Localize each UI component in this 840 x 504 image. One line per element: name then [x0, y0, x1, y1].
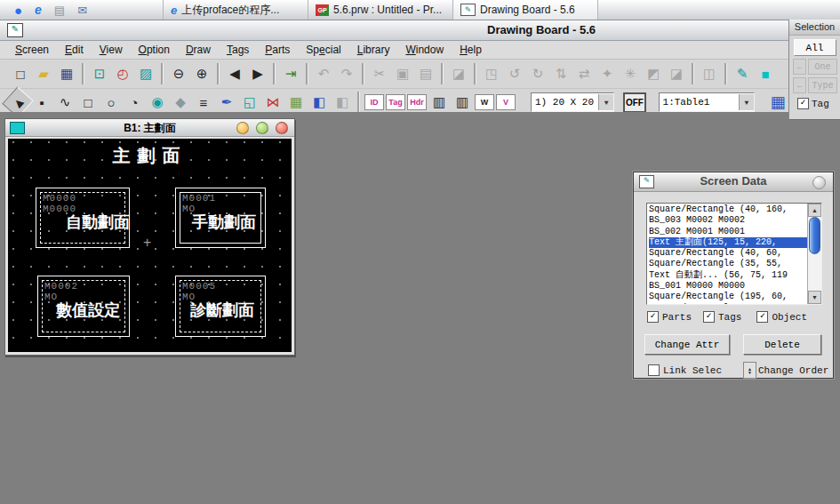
eraser-icon[interactable]: ◪ [448, 64, 469, 84]
change-attr-button[interactable]: Change Attr [644, 334, 730, 355]
task-project-window[interactable]: GP 5.6.prw : Untitled - Pr... [308, 0, 452, 20]
screen-data-row[interactable]: BS_003 M0002 M0002 [649, 215, 807, 226]
new-screen-icon[interactable]: □ [10, 64, 31, 84]
menu-tags[interactable]: Tags [219, 42, 257, 58]
text-tool-icon[interactable]: ✒ [216, 92, 237, 112]
menu-special[interactable]: Special [298, 42, 348, 58]
mirror-horizontal-icon[interactable]: ⇄ [573, 64, 595, 84]
tag-checkbox[interactable]: ✓ [797, 98, 809, 109]
internet-explorer-icon[interactable]: e [35, 4, 42, 16]
dot-tool-icon[interactable]: ▪ [31, 92, 52, 112]
checkbox-box[interactable]: ✓ [756, 311, 768, 323]
mark-icon[interactable]: ⋈ [262, 92, 284, 112]
screen-data-row[interactable]: Square/Rectangle (40, 160, [649, 204, 807, 215]
object-checkbox[interactable]: ✓ Object [756, 311, 807, 323]
menu-edit[interactable]: Edit [57, 42, 92, 58]
checkbox-box[interactable]: ✓ [703, 311, 715, 323]
undo-icon[interactable]: ↶ [313, 64, 334, 84]
parts-3d-disabled-icon[interactable]: ◧ [332, 92, 353, 112]
alarm-clock-icon[interactable]: ◴ [112, 64, 133, 84]
mirror-vertical-icon[interactable]: ⇅ [550, 64, 572, 84]
scrollbar[interactable]: ▲ ▼ [807, 204, 821, 304]
maximize-button[interactable] [256, 122, 268, 134]
screen-data-row[interactable]: Square/Rectangle (40, 60, [649, 248, 807, 259]
copy-attribute-icon[interactable]: ◳ [481, 64, 502, 84]
screen-data-row[interactable]: BS_002 M0001 M0001 [649, 227, 807, 237]
redraw-pen-icon[interactable]: ✎ [732, 64, 753, 84]
id-icon[interactable]: ID [364, 94, 384, 110]
screen-data-titlebar[interactable]: ✎ Screen Data [634, 172, 833, 192]
dropdown-arrow-icon[interactable]: ▼ [598, 94, 613, 110]
screen-data-row[interactable]: Text 自動劃... (56, 75, 119 [649, 270, 807, 281]
exit-icon[interactable]: ⇥ [280, 64, 301, 84]
fill-tool-icon[interactable]: ◉ [147, 92, 168, 112]
load-screen-icon[interactable]: ◱ [239, 92, 260, 112]
change-order-icon[interactable]: ◫ [699, 64, 720, 84]
screen-data-row[interactable]: BS_001 M0000 M0000 [649, 281, 807, 292]
menu-screen[interactable]: Screen [7, 42, 57, 58]
one-arrow-icon[interactable]: ← [793, 59, 806, 75]
rotate-right-icon[interactable]: ↻ [527, 64, 548, 84]
minimize-button[interactable] [236, 122, 249, 134]
menu-draw[interactable]: Draw [178, 42, 219, 58]
menu-help[interactable]: Help [452, 42, 490, 58]
window-parts-icon[interactable]: W [475, 94, 494, 110]
polygon-tool-icon[interactable]: ◆ [170, 92, 191, 112]
graph-parts-icon[interactable]: V [496, 94, 516, 110]
app-titlebar[interactable]: ✎ Drawing Board - 5.6 [0, 20, 789, 41]
rectangle-tool-icon[interactable]: □ [77, 92, 99, 112]
paste-icon[interactable]: ▤ [415, 64, 436, 84]
pattern-icon-1[interactable]: ▥ [428, 92, 450, 112]
numeric-setting-button[interactable]: M0002 MO 數值設定 [37, 276, 130, 337]
grid-size-select[interactable]: 1) 20 X 20 ▼ [531, 92, 614, 112]
screen-data-row[interactable]: Square/Rectangle (195, 60, [649, 292, 807, 302]
open-icon[interactable]: ▰ [33, 64, 54, 84]
next-screen-icon[interactable]: ▶ [247, 64, 268, 84]
menu-parts[interactable]: Parts [257, 42, 298, 58]
transfer-screen-icon[interactable]: ⊡ [89, 64, 110, 84]
drawing-canvas[interactable]: 主劃面 M0000 M0000 自動劃面 M0001 MO 手動劃面 [8, 139, 292, 352]
zoom-out-icon[interactable]: ⊖ [168, 64, 189, 84]
arc-tool-icon[interactable]: ◔ [124, 92, 145, 112]
tags-checkbox[interactable]: ✓ Tags [703, 311, 741, 323]
select-one-button[interactable]: One [808, 59, 837, 75]
checkbox-box[interactable]: ✓ [647, 311, 659, 323]
polyline-tool-icon[interactable]: ∿ [54, 92, 76, 112]
close-button[interactable] [276, 122, 288, 134]
checkbox-box[interactable] [648, 364, 660, 376]
select-type-button[interactable]: Type [808, 77, 837, 93]
table-select[interactable]: 1:Table1 ▼ [659, 92, 755, 112]
drive-icon[interactable]: ▤ [54, 4, 65, 16]
parts-checkbox[interactable]: ✓ Parts [647, 311, 692, 323]
parts-3d-icon[interactable]: ◧ [308, 92, 330, 112]
ellipse-tool-icon[interactable]: ○ [100, 92, 122, 112]
apple-icon[interactable]: ● [14, 4, 22, 17]
grid-snap-off-button[interactable]: OFF [623, 92, 645, 113]
menu-library[interactable]: Library [349, 42, 398, 58]
dropdown-arrow-icon[interactable]: ▼ [739, 94, 754, 110]
menu-window[interactable]: Window [397, 42, 452, 58]
screen-data-row[interactable]: Square/Rectangle (35, 55, [649, 259, 807, 269]
manual-screen-button[interactable]: M0001 MO 手動劃面 [175, 188, 266, 248]
drawing-window-titlebar[interactable]: B1: 主劃面 [5, 119, 294, 137]
hdr-icon[interactable]: Hdr [407, 94, 427, 110]
shrink-icon[interactable]: ✦ [596, 64, 618, 84]
mail-icon[interactable]: ✉ [77, 4, 87, 16]
tag-icon[interactable]: Tag [386, 94, 405, 110]
select-all-button[interactable]: All [794, 39, 836, 56]
pattern-icon-2[interactable]: ▥ [452, 92, 473, 112]
fill-color-icon[interactable]: ■ [755, 64, 776, 84]
image-icon[interactable]: ▦ [285, 92, 307, 112]
link-select-checkbox[interactable]: Link Selec [648, 364, 722, 376]
task-drawing-board[interactable]: ✎ Drawing Board - 5.6 [452, 0, 598, 20]
delete-button[interactable]: Delete [743, 334, 821, 355]
zoom-in-icon[interactable]: ⊕ [191, 64, 212, 84]
type-arrow-icon[interactable]: ← [793, 77, 806, 93]
menu-option[interactable]: Option [131, 42, 178, 58]
task-upload-proface[interactable]: e 上传proface的程序... [163, 0, 308, 20]
scroll-thumb[interactable] [809, 217, 820, 254]
diagnosis-screen-button[interactable]: M0005 MO 診斷劃面 [175, 276, 266, 337]
cut-icon[interactable]: ✂ [369, 64, 390, 84]
rotate-left-icon[interactable]: ↺ [504, 64, 525, 84]
screen-data-row[interactable]: Text 主劃面(125, 15, 220, [649, 237, 807, 248]
